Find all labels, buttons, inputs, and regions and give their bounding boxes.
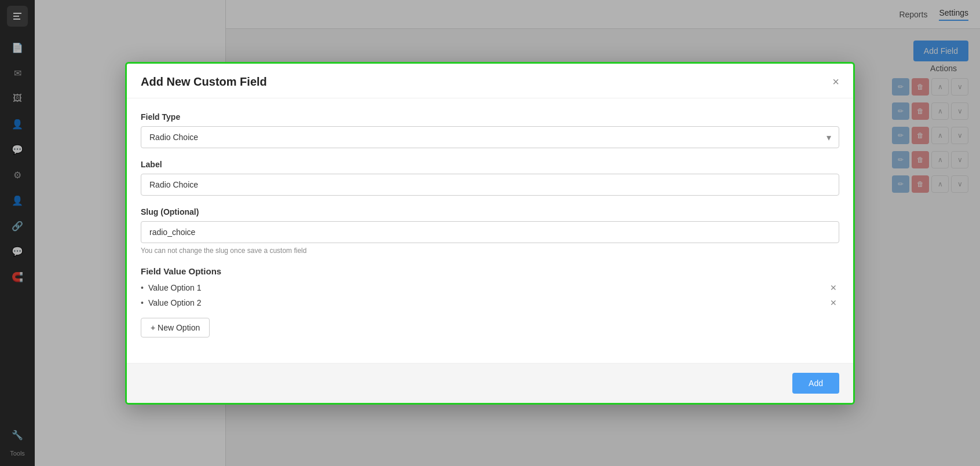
field-type-group: Field Type Radio Choice Text Textarea Ch… <box>141 112 839 148</box>
option-item-1: • Value Option 1 ✕ <box>141 283 839 292</box>
field-value-options-title: Field Value Options <box>141 266 839 276</box>
option-remove-button-1[interactable]: ✕ <box>828 283 839 292</box>
option-bullet-1: • <box>141 283 144 292</box>
new-option-button[interactable]: + New Option <box>141 318 210 337</box>
dialog-header: Add New Custom Field × <box>127 64 853 98</box>
option-text-1: Value Option 1 <box>148 283 823 292</box>
field-type-select[interactable]: Radio Choice Text Textarea Checkbox Drop… <box>141 126 839 148</box>
dialog-body: Field Type Radio Choice Text Textarea Ch… <box>127 98 853 363</box>
option-bullet-2: • <box>141 298 144 307</box>
dialog-close-button[interactable]: × <box>832 76 839 87</box>
label-input[interactable] <box>141 174 839 196</box>
field-value-options-group: Field Value Options • Value Option 1 ✕ •… <box>141 266 839 337</box>
add-custom-field-dialog: Add New Custom Field × Field Type Radio … <box>125 62 855 405</box>
dialog-footer: Add <box>127 363 853 403</box>
slug-hint: You can not change the slug once save a … <box>141 247 839 255</box>
label-group: Label <box>141 160 839 196</box>
modal-overlay: Add New Custom Field × Field Type Radio … <box>0 0 980 466</box>
slug-input[interactable] <box>141 221 839 243</box>
option-item-2: • Value Option 2 ✕ <box>141 298 839 307</box>
add-button[interactable]: Add <box>792 373 839 394</box>
dialog-title: Add New Custom Field <box>141 75 267 89</box>
label-field-label: Label <box>141 160 839 169</box>
field-type-select-wrapper: Radio Choice Text Textarea Checkbox Drop… <box>141 126 839 148</box>
field-type-label: Field Type <box>141 112 839 122</box>
slug-field-label: Slug (Optional) <box>141 207 839 217</box>
slug-group: Slug (Optional) You can not change the s… <box>141 207 839 255</box>
option-text-2: Value Option 2 <box>148 298 823 307</box>
option-remove-button-2[interactable]: ✕ <box>828 298 839 307</box>
